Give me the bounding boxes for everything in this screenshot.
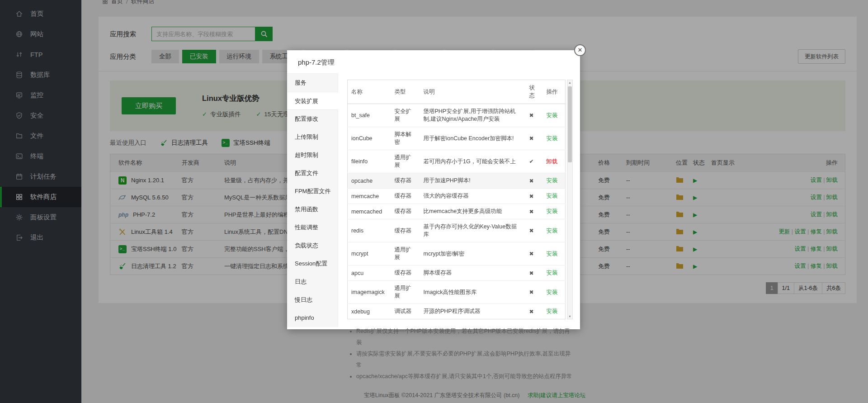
ext-row-fileinfo: fileinfo通用扩展 若可用内存小于1G，可能会安装不上 ✔ 卸载 xyxy=(348,150,566,173)
ext-row-mcrypt: mcrypt通用扩展 mcrypt加密/解密 ✖ 安装 xyxy=(348,242,566,266)
install-link[interactable]: 安装 xyxy=(547,135,558,142)
ext-row-apcu: apcu缓存器 脚本缓存器 ✖ 安装 xyxy=(348,266,566,281)
tab-config-file[interactable]: 配置文件 xyxy=(287,164,338,182)
tab-slow-log[interactable]: 慢日志 xyxy=(287,291,338,309)
not-installed-icon: ✖ xyxy=(526,266,543,281)
tab-service[interactable]: 服务 xyxy=(287,74,338,92)
tab-fpm-config[interactable]: FPM配置文件 xyxy=(287,182,338,200)
modal-title: php-7.2管理 xyxy=(287,50,580,73)
scrollbar-thumb[interactable] xyxy=(568,86,572,162)
not-installed-icon: ✖ xyxy=(526,242,543,266)
install-link[interactable]: 安装 xyxy=(547,193,558,199)
close-icon[interactable]: ✕ xyxy=(574,44,586,56)
extensions-table: 名称类型 说明状态 操作 bt_safe安全扩展 堡塔PHP安全扩展,用于增强防… xyxy=(347,80,566,319)
tab-session-config[interactable]: Session配置 xyxy=(287,255,338,273)
tab-timeout-limit[interactable]: 超时限制 xyxy=(287,146,338,164)
not-installed-icon: ✖ xyxy=(526,219,543,242)
install-link[interactable]: 安装 xyxy=(547,228,558,234)
install-link[interactable]: 安装 xyxy=(547,112,558,119)
not-installed-icon: ✖ xyxy=(526,173,543,189)
tab-disabled-functions[interactable]: 禁用函数 xyxy=(287,200,338,218)
ext-row-ioncube: ionCube脚本解密 用于解密ionCube Encoder加密脚本! ✖ 安… xyxy=(348,127,566,150)
scrollbar[interactable]: ▲ ▼ xyxy=(567,80,573,319)
ext-row-redis: redis缓存器 基于内存亦可持久化的Key-Value数据库 ✖ 安装 xyxy=(348,219,566,242)
not-installed-icon: ✖ xyxy=(526,127,543,150)
ext-row-bt_safe: bt_safe安全扩展 堡塔PHP安全扩展,用于增强防跨站机制,建议Nginx/… xyxy=(348,104,566,127)
install-link[interactable]: 安装 xyxy=(547,251,558,257)
install-link[interactable]: 安装 xyxy=(547,208,558,214)
ext-row-memcache: memcache缓存器 强大的内容缓存器 ✖ 安装 xyxy=(348,189,566,204)
not-installed-icon: ✖ xyxy=(526,304,543,319)
extension-notes: Redis扩展仅支持一个PHP版本安装使用，若在其它PHP版本已安装redis扩… xyxy=(347,326,573,382)
tab-log[interactable]: 日志 xyxy=(287,273,338,291)
tab-install-extensions[interactable]: 安装扩展 xyxy=(287,92,338,110)
not-installed-icon: ✖ xyxy=(526,204,543,219)
note: 请按实际需求安装扩展,不要安装不必要的PHP扩展,这会影响PHP执行效率,甚至出… xyxy=(356,348,573,371)
install-link[interactable]: 安装 xyxy=(547,289,558,295)
tab-upload-limit[interactable]: 上传限制 xyxy=(287,128,338,146)
tab-load-status[interactable]: 负载状态 xyxy=(287,237,338,255)
note: Redis扩展仅支持一个PHP版本安装使用，若在其它PHP版本已安装redis扩… xyxy=(356,326,573,348)
modal-content: 名称类型 说明状态 操作 bt_safe安全扩展 堡塔PHP安全扩展,用于增强防… xyxy=(338,73,580,327)
extensions-header: 名称类型 说明状态 操作 xyxy=(348,80,566,104)
tab-performance[interactable]: 性能调整 xyxy=(287,218,338,237)
scroll-up-icon[interactable]: ▲ xyxy=(567,81,572,84)
ext-row-xdebug: xdebug调试器 开源的PHP程序调试器 ✖ 安装 xyxy=(348,304,566,319)
note: opcache/xcache/apc等脚本缓存扩展,请只安装其中1个,否则可能导… xyxy=(356,371,573,382)
uninstall-link[interactable]: 卸载 xyxy=(547,158,558,165)
not-installed-icon: ✖ xyxy=(526,104,543,127)
modal-tabs: 服务 安装扩展 配置修改 上传限制 超时限制 配置文件 FPM配置文件 禁用函数… xyxy=(287,73,338,327)
tab-config-modify[interactable]: 配置修改 xyxy=(287,110,338,128)
php-manage-modal: ✕ php-7.2管理 服务 安装扩展 配置修改 上传限制 超时限制 配置文件 … xyxy=(287,50,580,329)
installed-icon: ✔ xyxy=(526,150,543,173)
not-installed-icon: ✖ xyxy=(526,189,543,204)
ext-row-memcached: memcached缓存器 比memcache支持更多高级功能 ✖ 安装 xyxy=(348,204,566,219)
ext-row-opcache: opcache缓存器 用于加速PHP脚本! ✖ 安装 xyxy=(348,173,566,189)
install-link[interactable]: 安装 xyxy=(547,270,558,276)
ext-row-imagemagick: imagemagick通用扩展 Imagick高性能图形库 ✖ 安装 xyxy=(348,281,566,304)
install-link[interactable]: 安装 xyxy=(547,308,558,314)
not-installed-icon: ✖ xyxy=(526,281,543,304)
tab-phpinfo[interactable]: phpinfo xyxy=(287,309,338,327)
scroll-down-icon[interactable]: ▼ xyxy=(567,315,572,318)
install-link[interactable]: 安装 xyxy=(547,177,558,184)
